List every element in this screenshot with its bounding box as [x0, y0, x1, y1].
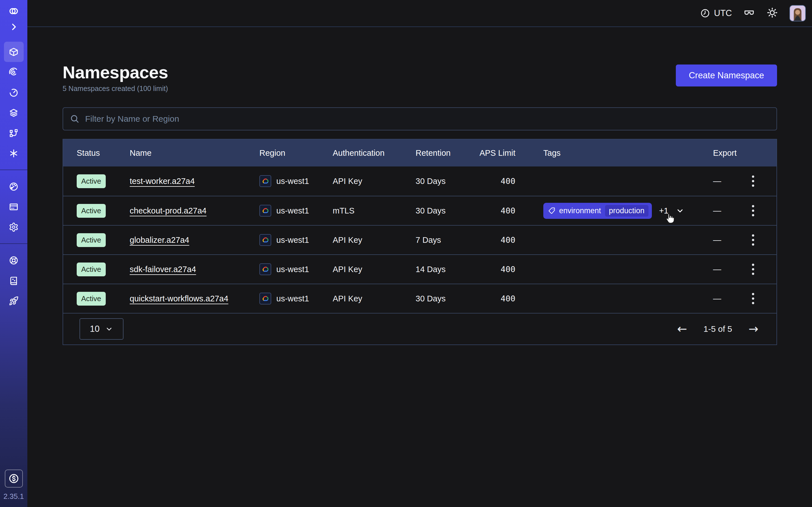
- row-actions-kebab-menu[interactable]: [745, 173, 761, 189]
- main-content: Namespaces 5 Namespaces created (100 lim…: [28, 27, 812, 507]
- chevron-down-icon: [105, 325, 113, 333]
- gcp-cloud-icon: [259, 234, 271, 246]
- namespace-count-subtitle: 5 Namespaces created (100 limit): [63, 84, 168, 93]
- table-footer: 10 ← 1-5 of 5 →: [63, 313, 776, 344]
- namespace-link[interactable]: quickstart-workflows.a27a4: [130, 294, 229, 303]
- sidebar-item-deployments branch-icon[interactable]: [4, 123, 24, 143]
- pricing-badge-icon[interactable]: [5, 469, 23, 488]
- tag-group: environment production +1: [543, 203, 684, 219]
- export-status: —: [696, 177, 741, 186]
- auth-method: API Key: [333, 265, 416, 274]
- status-badge: Active: [77, 233, 106, 247]
- mouse-cursor: [664, 213, 675, 225]
- aps-limit: 400: [466, 294, 515, 303]
- user-avatar[interactable]: [790, 5, 806, 21]
- aps-limit: 400: [466, 265, 515, 274]
- sidebar-item-docs book-icon[interactable]: [4, 270, 24, 291]
- sidebar-item-billing card-icon[interactable]: [4, 196, 24, 217]
- sidebar-item-schedules timer-icon[interactable]: [4, 82, 24, 103]
- export-status: —: [696, 235, 741, 245]
- table-row[interactable]: Active globalizer.a27a4 us-west1 API Key…: [63, 225, 776, 255]
- topbar: UTC: [28, 0, 812, 27]
- column-header-name[interactable]: Name: [130, 149, 259, 158]
- namespace-link[interactable]: sdk-failover.a27a4: [130, 265, 196, 274]
- gcp-cloud-icon: [259, 175, 271, 187]
- row-actions-kebab-menu[interactable]: [745, 203, 761, 219]
- column-header-authentication[interactable]: Authentication: [333, 149, 416, 158]
- gcp-cloud-icon: [259, 263, 271, 275]
- timezone-label: UTC: [714, 8, 732, 18]
- next-page-button arrow-right-icon[interactable]: →: [749, 323, 758, 335]
- status-badge: Active: [77, 174, 106, 188]
- row-actions-kebab-menu[interactable]: [745, 232, 761, 248]
- table-body: Active test-worker.a27a4 us-west1 API Ke…: [63, 166, 776, 313]
- region-label: us-west1: [276, 294, 309, 303]
- table-row[interactable]: Active test-worker.a27a4 us-west1 API Ke…: [63, 166, 776, 196]
- pagination-range: 1-5 of 5: [703, 324, 732, 334]
- export-status: —: [696, 265, 741, 274]
- tag-pill[interactable]: environment production: [543, 203, 652, 219]
- sidebar-item-batch layers-icon[interactable]: [4, 103, 24, 123]
- sidebar-divider: [0, 243, 28, 244]
- namespace-link[interactable]: test-worker.a27a4: [130, 177, 195, 186]
- column-header-region[interactable]: Region: [259, 149, 333, 158]
- tag-icon: [548, 207, 556, 215]
- gcp-cloud-icon: [259, 293, 271, 304]
- column-header-status[interactable]: Status: [77, 149, 130, 158]
- filter-input[interactable]: [63, 107, 777, 130]
- retention-period: 30 Days: [416, 177, 466, 186]
- retention-period: 7 Days: [416, 235, 466, 245]
- aps-limit: 400: [466, 176, 515, 186]
- status-badge: Active: [77, 263, 106, 276]
- sidebar-expand-chevron-icon[interactable]: [4, 19, 24, 34]
- sidebar-divider: [0, 170, 28, 170]
- previous-page-button arrow-left-icon[interactable]: ←: [677, 323, 687, 335]
- status-badge: Active: [77, 292, 106, 305]
- row-actions-kebab-menu[interactable]: [745, 262, 761, 277]
- column-header-tags[interactable]: Tags: [515, 149, 696, 158]
- status-badge: Active: [77, 204, 106, 218]
- column-header-aps-limit[interactable]: APS Limit: [466, 149, 515, 158]
- search-icon: [70, 114, 80, 124]
- row-actions-kebab-menu[interactable]: [745, 291, 761, 306]
- aps-limit: 400: [466, 235, 515, 245]
- region-label: us-west1: [276, 265, 309, 274]
- sidebar-item-workflows orbit-icon[interactable]: [4, 62, 24, 82]
- auth-method: mTLS: [333, 206, 416, 216]
- auth-method: API Key: [333, 177, 416, 186]
- retention-period: 30 Days: [416, 206, 466, 216]
- tag-key: environment: [559, 207, 601, 215]
- sidebar-item-getting-started rocket-icon[interactable]: [4, 291, 24, 311]
- retention-period: 14 Days: [416, 265, 466, 274]
- sidebar: 2.35.1: [0, 0, 28, 507]
- column-header-export[interactable]: Export: [696, 149, 741, 158]
- namespace-link[interactable]: checkout-prod.a27a4: [130, 206, 206, 215]
- region-label: us-west1: [276, 235, 309, 245]
- aps-limit: 400: [466, 206, 515, 216]
- namespace-link[interactable]: globalizer.a27a4: [130, 235, 189, 244]
- sidebar-item-namespaces cube-icon[interactable]: [4, 42, 24, 62]
- temporal-logo-icon[interactable]: [4, 3, 24, 19]
- create-namespace-button[interactable]: Create Namespace: [676, 64, 777, 87]
- namespaces-table: Status Name Region Authentication Retent…: [63, 139, 777, 345]
- region-label: us-west1: [276, 177, 309, 186]
- sidebar-item-support life-ring-icon[interactable]: [4, 250, 24, 270]
- column-header-retention[interactable]: Retention: [416, 149, 466, 158]
- gcp-cloud-icon: [259, 205, 271, 217]
- theme-sun-icon[interactable]: [766, 7, 778, 20]
- table-header-row: Status Name Region Authentication Retent…: [63, 139, 776, 166]
- tags-chevron-down-icon[interactable]: [676, 207, 684, 215]
- auth-method: API Key: [333, 294, 416, 303]
- table-row[interactable]: Active sdk-failover.a27a4 us-west1 API K…: [63, 255, 776, 284]
- sidebar-item-nexus asterisk-icon[interactable]: [4, 143, 24, 163]
- sidebar-item-settings gear-icon[interactable]: [4, 217, 24, 237]
- timezone-selector[interactable]: UTC: [700, 8, 732, 18]
- page-size-select[interactable]: 10: [80, 318, 123, 340]
- sidebar-item-usage gauge-icon[interactable]: [4, 176, 24, 196]
- table-row[interactable]: Active quickstart-workflows.a27a4 us-wes…: [63, 284, 776, 313]
- auth-method: API Key: [333, 235, 416, 245]
- page-title: Namespaces: [63, 63, 168, 82]
- retention-period: 30 Days: [416, 294, 466, 303]
- glasses-icon[interactable]: [743, 7, 755, 20]
- page-size-value: 10: [90, 324, 100, 334]
